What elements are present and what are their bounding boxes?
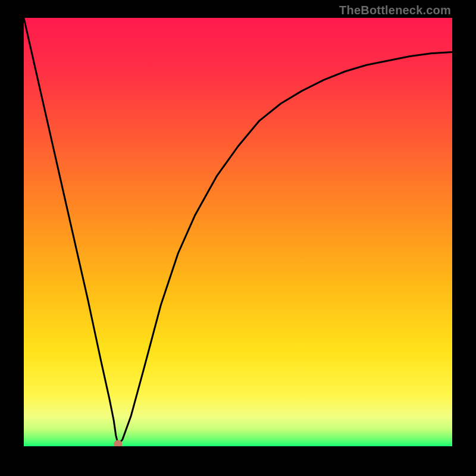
bottleneck-curve	[24, 18, 452, 446]
chart-container: TheBottleneck.com	[0, 0, 476, 476]
plot-area	[24, 18, 452, 446]
watermark-text: TheBottleneck.com	[339, 4, 451, 17]
